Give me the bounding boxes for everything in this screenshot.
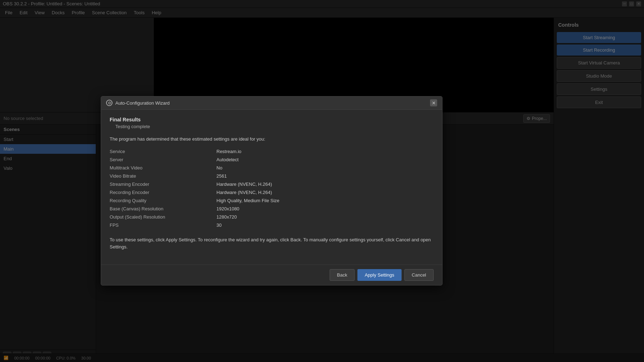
dialog-intro: The program has determined that these es… [110, 136, 434, 142]
dialog-overlay: ⊙ Auto-Configuration Wizard ✕ Final Resu… [0, 0, 644, 362]
table-row: Recording QualityHigh Quality, Medium Fi… [110, 196, 434, 205]
cancel-button[interactable]: Cancel [404, 269, 434, 281]
settings-table: ServiceRestream.ioServerAutodetectMultit… [110, 147, 434, 229]
setting-key: Video Bitrate [110, 172, 216, 180]
table-row: ServerAutodetect [110, 156, 434, 164]
table-row: Streaming EncoderHardware (NVENC, H.264) [110, 180, 434, 188]
setting-key: Recording Encoder [110, 188, 216, 196]
table-row: Base (Canvas) Resolution1920x1080 [110, 205, 434, 213]
dialog-footer-text: To use these settings, click Apply Setti… [110, 236, 434, 250]
setting-key: Multitrack Video [110, 164, 216, 172]
table-row: Video Bitrate2561 [110, 172, 434, 180]
setting-value: 1280x720 [216, 213, 434, 221]
dialog-title-text: Auto-Configuration Wizard [115, 100, 169, 106]
dialog-title-left: ⊙ Auto-Configuration Wizard [106, 100, 169, 106]
setting-value: Restream.io [216, 147, 434, 156]
setting-key: Output (Scaled) Resolution [110, 213, 216, 221]
setting-value: 30 [216, 221, 434, 229]
setting-key: Streaming Encoder [110, 180, 216, 188]
wizard-icon: ⊙ [106, 100, 112, 106]
dialog-body: Final Results Testing complete The progr… [101, 110, 442, 264]
table-row: Multitrack VideoNo [110, 164, 434, 172]
dialog-close-button[interactable]: ✕ [430, 99, 437, 106]
table-row: ServiceRestream.io [110, 147, 434, 156]
setting-key: Service [110, 147, 216, 156]
apply-settings-button[interactable]: Apply Settings [357, 269, 401, 281]
setting-key: Base (Canvas) Resolution [110, 205, 216, 213]
table-row: Output (Scaled) Resolution1280x720 [110, 213, 434, 221]
setting-value: No [216, 164, 434, 172]
setting-key: Server [110, 156, 216, 164]
setting-value: 2561 [216, 172, 434, 180]
setting-value: Hardware (NVENC, H.264) [216, 180, 434, 188]
setting-value: High Quality, Medium File Size [216, 196, 434, 205]
dialog-subtitle: Testing complete [110, 124, 434, 129]
setting-value: Hardware (NVENC, H.264) [216, 188, 434, 196]
table-row: Recording EncoderHardware (NVENC, H.264) [110, 188, 434, 196]
auto-config-dialog: ⊙ Auto-Configuration Wizard ✕ Final Resu… [101, 96, 443, 285]
table-row: FPS30 [110, 221, 434, 229]
dialog-buttons: Back Apply Settings Cancel [101, 264, 442, 285]
setting-key: FPS [110, 221, 216, 229]
back-button[interactable]: Back [330, 269, 355, 281]
setting-value: Autodetect [216, 156, 434, 164]
setting-key: Recording Quality [110, 196, 216, 205]
setting-value: 1920x1080 [216, 205, 434, 213]
dialog-section-title: Final Results [110, 117, 434, 122]
dialog-titlebar: ⊙ Auto-Configuration Wizard ✕ [101, 96, 442, 110]
